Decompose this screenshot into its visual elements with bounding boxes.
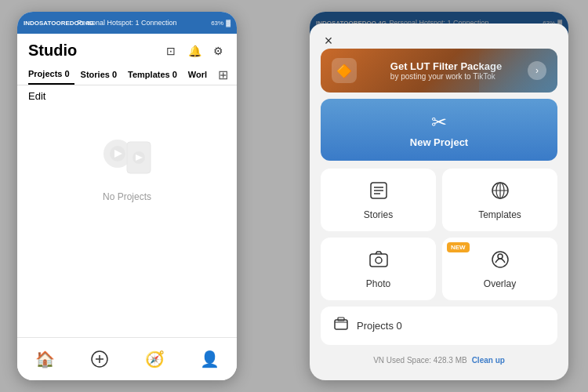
expand-icon[interactable]: ⊡	[163, 43, 179, 59]
status-icons-left: 63% ▓	[211, 20, 230, 27]
bottom-nav: 🏠 🧭 👤	[17, 337, 237, 380]
action-photo[interactable]: Photo	[321, 238, 436, 300]
plus-circle-icon	[91, 350, 108, 368]
tabs-row: Projects 0 Stories 0 Templates 0 Worl ⊞	[17, 64, 237, 85]
action-templates[interactable]: Templates	[442, 169, 557, 231]
empty-icon	[96, 130, 158, 185]
templates-icon	[489, 180, 511, 206]
bell-icon[interactable]: 🔔	[187, 43, 202, 59]
photo-label: Photo	[366, 278, 390, 289]
tab-projects[interactable]: Projects 0	[28, 64, 74, 85]
battery-icon-left: ▓	[226, 20, 230, 27]
tab-world[interactable]: Worl	[188, 65, 212, 84]
action-stories[interactable]: Stories	[321, 169, 436, 231]
carrier-left: INDOSATOOREDOO 4G	[24, 20, 94, 27]
new-project-label: New Project	[410, 136, 468, 148]
projects-row-icon	[333, 316, 349, 336]
lut-icon: 🔶	[332, 58, 357, 83]
svg-rect-20	[370, 254, 387, 267]
nav-profile[interactable]: 👤	[194, 343, 225, 375]
modal-close-button[interactable]: ×	[319, 31, 338, 50]
action-overlay[interactable]: NEW Overlay	[442, 238, 557, 300]
storage-text: VN Used Space: 428.3 MB	[373, 356, 467, 365]
edit-row: Edit	[17, 85, 237, 107]
phone-left: INDOSATOOREDOO 4G Personal Hotspot: 1 Co…	[17, 12, 237, 380]
new-badge: NEW	[447, 242, 470, 252]
header-icons: ⊡ 🔔 ⚙	[163, 43, 226, 59]
svg-rect-24	[335, 320, 347, 329]
nav-add[interactable]	[84, 343, 115, 375]
modal-sheet: × 🔶 Get LUT Filter Package by posting yo…	[310, 24, 568, 380]
overlay-label: Overlay	[484, 278, 516, 289]
left-header: Studio ⊡ 🔔 ⚙	[17, 34, 237, 64]
edit-label: Edit	[28, 90, 45, 102]
cleanup-link[interactable]: Clean up	[472, 356, 505, 365]
empty-text: No Projects	[103, 191, 151, 202]
tab-templates[interactable]: Templates 0	[128, 65, 182, 84]
nav-home[interactable]: 🏠	[29, 343, 60, 375]
close-icon: ×	[325, 33, 333, 49]
stories-icon	[368, 180, 390, 206]
phone-right: INDOSATOOREDOO 4G Personal Hotspot: 1 Co…	[310, 12, 568, 380]
projects-row[interactable]: Projects 0	[321, 307, 557, 345]
projects-row-label: Projects 0	[357, 320, 402, 332]
actions-grid: Stories Templates	[321, 169, 557, 300]
nav-compass[interactable]: 🧭	[139, 343, 170, 375]
photo-icon	[368, 249, 390, 275]
lut-banner[interactable]: 🔶 Get LUT Filter Package by posting your…	[321, 49, 557, 93]
svg-point-23	[498, 254, 503, 259]
new-project-button[interactable]: ✂ New Project	[321, 99, 557, 161]
storage-row: VN Used Space: 428.3 MB Clean up	[321, 353, 557, 368]
empty-area: No Projects	[17, 107, 237, 218]
battery-left: 63%	[211, 20, 223, 27]
svg-point-21	[376, 257, 382, 263]
modal-overlay: × 🔶 Get LUT Filter Package by posting yo…	[310, 12, 568, 380]
scissors-icon: ✂	[431, 111, 447, 133]
studio-title: Studio	[28, 42, 77, 60]
overlay-icon	[489, 249, 511, 275]
templates-label: Templates	[478, 209, 521, 220]
lut-arrow-icon: ›	[528, 61, 546, 80]
settings-icon[interactable]: ⚙	[210, 43, 226, 59]
tab-stories[interactable]: Stories 0	[81, 65, 122, 84]
tab-add-icon[interactable]: ⊞	[218, 67, 228, 82]
stories-label: Stories	[364, 209, 393, 220]
status-bar-left: INDOSATOOREDOO 4G Personal Hotspot: 1 Co…	[17, 12, 237, 34]
